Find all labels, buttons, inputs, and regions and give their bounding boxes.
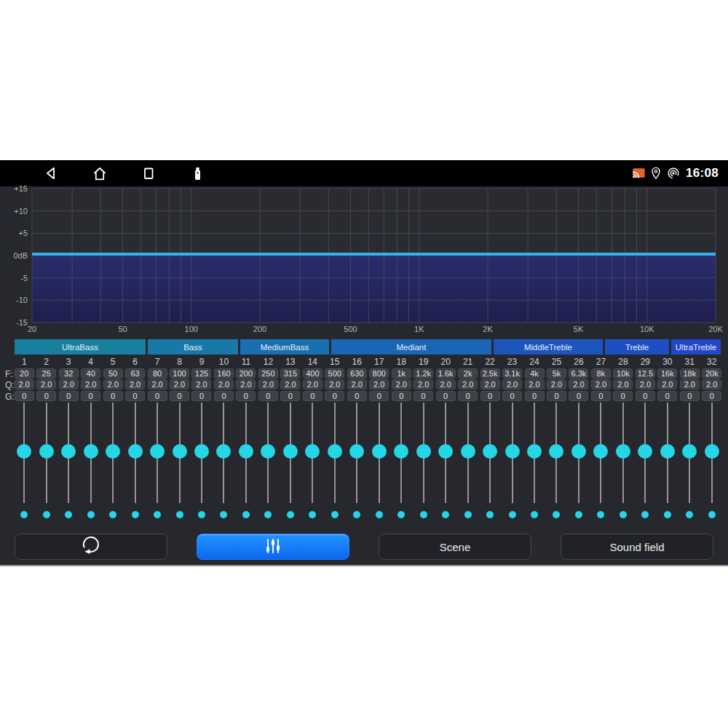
eq-band-slider[interactable] xyxy=(545,402,567,533)
eq-band-slider[interactable] xyxy=(257,402,279,533)
gain-value: 0 xyxy=(36,391,56,401)
eq-band-slider[interactable] xyxy=(213,402,234,533)
slider-thumb[interactable] xyxy=(438,444,453,459)
eq-band-slider[interactable] xyxy=(568,402,590,533)
eq-band-slider[interactable] xyxy=(235,402,257,533)
reset-button[interactable] xyxy=(15,534,167,560)
recents-icon[interactable] xyxy=(140,165,157,182)
eq-band-slider[interactable] xyxy=(412,402,434,533)
home-icon[interactable] xyxy=(91,165,108,182)
eq-band-slider[interactable] xyxy=(523,402,545,533)
eq-band-slider[interactable] xyxy=(301,402,323,533)
slider-thumb[interactable] xyxy=(283,444,298,459)
eq-grid-plot xyxy=(0,186,728,333)
band-number: 27 xyxy=(596,357,606,367)
slider-thumb[interactable] xyxy=(261,444,275,459)
slider-thumb[interactable] xyxy=(106,444,120,459)
band-group-middletreble[interactable]: MiddleTreble xyxy=(494,339,603,355)
band-number: 19 xyxy=(419,357,428,367)
eq-band-slider[interactable] xyxy=(501,402,523,533)
slider-thumb[interactable] xyxy=(305,444,320,459)
slider-thumb[interactable] xyxy=(593,444,608,459)
scene-button[interactable]: Scene xyxy=(379,534,531,560)
gain-value: 0 xyxy=(148,391,167,401)
slider-thumb[interactable] xyxy=(461,444,475,459)
equalizer-button[interactable] xyxy=(197,534,349,560)
eq-band-slider[interactable] xyxy=(435,402,456,533)
slider-thumb[interactable] xyxy=(682,444,697,459)
slider-thumb[interactable] xyxy=(194,444,209,459)
slider-thumb[interactable] xyxy=(17,444,31,459)
band-group-ultrabass[interactable]: UltraBass xyxy=(15,339,146,355)
eq-band-slider[interactable] xyxy=(102,402,124,533)
slider-thumb[interactable] xyxy=(705,444,719,459)
eq-band-slider[interactable] xyxy=(168,402,190,533)
band-indicator-dot xyxy=(686,511,693,518)
gain-value: 0 xyxy=(369,391,389,401)
frequency-value: 80 xyxy=(148,368,167,379)
eq-band-slider[interactable] xyxy=(634,402,656,533)
slider-thumb[interactable] xyxy=(349,444,364,459)
slider-thumb[interactable] xyxy=(84,444,98,459)
slider-thumb[interactable] xyxy=(483,444,497,459)
eq-band-slider[interactable] xyxy=(280,402,301,533)
slider-thumb[interactable] xyxy=(39,444,54,459)
back-icon[interactable] xyxy=(42,165,60,182)
eq-band-slider[interactable] xyxy=(368,402,390,533)
location-icon xyxy=(649,165,663,181)
slider-thumb[interactable] xyxy=(660,444,675,459)
slider-thumb[interactable] xyxy=(527,444,542,459)
eq-band-slider[interactable] xyxy=(35,402,57,533)
x-tick-label: 500 xyxy=(344,325,357,333)
gain-value: 0 xyxy=(258,391,278,401)
band-group-mediant[interactable]: Mediant xyxy=(331,339,491,355)
band-group-ultratreble[interactable]: UltraTreble xyxy=(671,339,721,355)
eq-band-slider[interactable] xyxy=(678,402,700,533)
slider-thumb[interactable] xyxy=(416,444,431,459)
band-group-treble[interactable]: Treble xyxy=(605,339,669,355)
eq-band-slider[interactable] xyxy=(324,402,346,533)
band-group-mediumbass[interactable]: MediumBass xyxy=(240,339,329,355)
band-number: 7 xyxy=(155,357,160,367)
eq-band-slider[interactable] xyxy=(13,402,35,533)
eq-band-slider[interactable] xyxy=(590,402,612,533)
eq-band-slider[interactable] xyxy=(124,402,146,533)
slider-thumb[interactable] xyxy=(61,444,76,459)
band-group-bass[interactable]: Bass xyxy=(148,339,238,355)
eq-band-slider[interactable] xyxy=(390,402,412,533)
eq-band-slider[interactable] xyxy=(79,402,101,533)
usb-drive-icon[interactable] xyxy=(189,165,206,182)
band-number: 30 xyxy=(662,357,672,367)
eq-band-slider[interactable] xyxy=(146,402,168,533)
slider-thumb[interactable] xyxy=(239,444,253,459)
slider-thumb[interactable] xyxy=(173,444,187,459)
gain-value: 0 xyxy=(547,391,566,401)
slider-thumb[interactable] xyxy=(328,444,342,459)
slider-thumb[interactable] xyxy=(549,444,563,459)
slider-thumb[interactable] xyxy=(128,444,143,459)
q-value: 2.0 xyxy=(569,379,588,389)
eq-band-slider[interactable] xyxy=(58,402,79,533)
eq-band-slider[interactable] xyxy=(456,402,478,533)
slider-thumb[interactable] xyxy=(216,444,231,459)
band-indicator-dot xyxy=(464,511,472,518)
slider-thumb[interactable] xyxy=(616,444,630,459)
eq-band-slider[interactable] xyxy=(479,402,501,533)
slider-thumb[interactable] xyxy=(571,444,586,459)
slider-thumb[interactable] xyxy=(394,444,408,459)
band-indicator-dot xyxy=(708,511,716,518)
gain-value: 0 xyxy=(636,391,655,401)
sound-field-button[interactable]: Sound field xyxy=(561,534,713,560)
eq-band-slider[interactable] xyxy=(657,402,678,533)
footer-toolbar: Scene Sound field xyxy=(0,533,728,565)
eq-band-slider[interactable] xyxy=(612,402,634,533)
slider-thumb[interactable] xyxy=(505,444,520,459)
slider-thumb[interactable] xyxy=(150,444,165,459)
eq-band-slider[interactable] xyxy=(701,402,723,533)
gain-value: 0 xyxy=(502,391,522,401)
slider-thumb[interactable] xyxy=(638,444,652,459)
slider-thumb[interactable] xyxy=(372,444,387,459)
gain-value: 0 xyxy=(303,391,323,401)
eq-band-slider[interactable] xyxy=(346,402,368,533)
eq-band-slider[interactable] xyxy=(191,402,213,533)
